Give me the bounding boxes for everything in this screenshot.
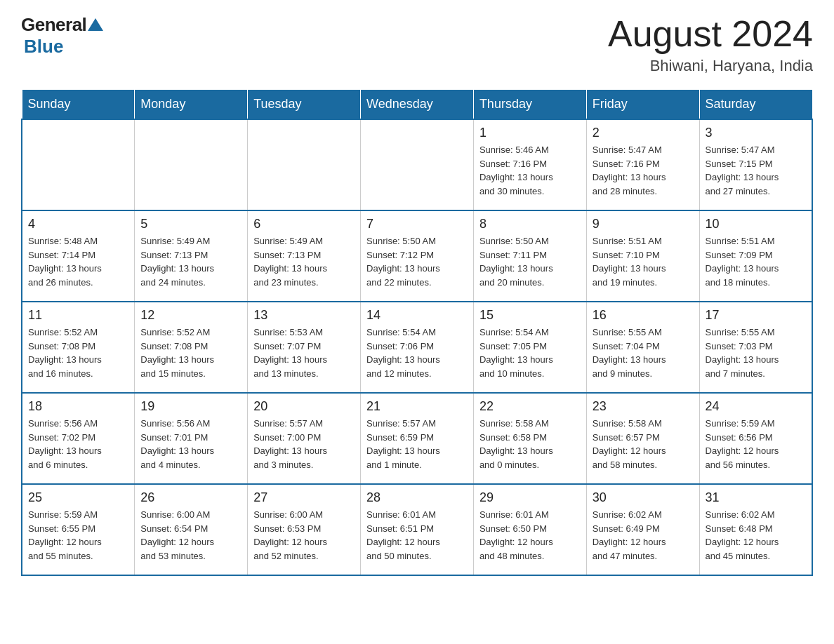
day-number: 10 [706,217,806,232]
calendar-cell: 29Sunrise: 6:01 AM Sunset: 6:50 PM Dayli… [473,484,586,575]
calendar-week-row: 18Sunrise: 5:56 AM Sunset: 7:02 PM Dayli… [22,393,812,484]
day-info: Sunrise: 5:46 AM Sunset: 7:16 PM Dayligh… [479,143,581,198]
day-info: Sunrise: 5:49 AM Sunset: 7:13 PM Dayligh… [253,234,355,289]
day-number: 16 [593,308,694,323]
weekday-header-wednesday: Wednesday [361,90,474,120]
day-info: Sunrise: 5:50 AM Sunset: 7:11 PM Dayligh… [479,234,581,289]
calendar-cell [361,119,474,210]
calendar-cell: 19Sunrise: 5:56 AM Sunset: 7:01 PM Dayli… [135,393,248,484]
day-info: Sunrise: 5:59 AM Sunset: 6:56 PM Dayligh… [706,417,806,471]
day-info: Sunrise: 5:52 AM Sunset: 7:08 PM Dayligh… [140,326,241,380]
calendar-cell: 20Sunrise: 5:57 AM Sunset: 7:00 PM Dayli… [248,393,361,484]
day-number: 2 [593,126,694,140]
day-number: 26 [140,490,241,505]
calendar-cell: 1Sunrise: 5:46 AM Sunset: 7:16 PM Daylig… [473,119,586,210]
day-info: Sunrise: 5:56 AM Sunset: 7:02 PM Dayligh… [28,417,128,471]
location-subtitle: Bhiwani, Haryana, India [608,57,813,75]
day-number: 30 [593,490,694,505]
day-number: 24 [706,399,806,414]
day-info: Sunrise: 6:01 AM Sunset: 6:51 PM Dayligh… [366,508,468,563]
weekday-header-sunday: Sunday [22,90,135,120]
title-area: August 2024 Bhiwani, Haryana, India [608,14,813,75]
calendar-cell: 10Sunrise: 5:51 AM Sunset: 7:09 PM Dayli… [699,210,812,302]
day-number: 28 [366,490,468,505]
calendar-week-row: 25Sunrise: 5:59 AM Sunset: 6:55 PM Dayli… [22,484,812,575]
calendar-cell: 17Sunrise: 5:55 AM Sunset: 7:03 PM Dayli… [699,302,812,393]
day-number: 25 [28,490,128,505]
calendar-cell: 9Sunrise: 5:51 AM Sunset: 7:10 PM Daylig… [586,210,699,302]
calendar-cell: 30Sunrise: 6:02 AM Sunset: 6:49 PM Dayli… [586,484,699,575]
calendar-week-row: 1Sunrise: 5:46 AM Sunset: 7:16 PM Daylig… [22,119,812,210]
calendar-cell: 7Sunrise: 5:50 AM Sunset: 7:12 PM Daylig… [361,210,474,302]
day-number: 4 [28,217,128,232]
day-number: 19 [140,399,241,414]
day-number: 15 [479,308,581,323]
page-header: General Blue August 2024 Bhiwani, Haryan… [21,14,813,75]
day-number: 8 [479,217,581,232]
day-number: 6 [253,217,355,232]
day-number: 18 [28,399,128,414]
calendar-cell: 3Sunrise: 5:47 AM Sunset: 7:15 PM Daylig… [699,119,812,210]
calendar-cell: 12Sunrise: 5:52 AM Sunset: 7:08 PM Dayli… [135,302,248,393]
day-number: 5 [140,217,241,232]
day-number: 20 [253,399,355,414]
calendar-cell: 4Sunrise: 5:48 AM Sunset: 7:14 PM Daylig… [22,210,135,302]
day-number: 7 [366,217,468,232]
logo-blue-text: Blue [24,36,63,58]
calendar-cell [248,119,361,210]
weekday-header-thursday: Thursday [473,90,586,120]
day-info: Sunrise: 5:54 AM Sunset: 7:05 PM Dayligh… [479,326,581,380]
day-number: 17 [706,308,806,323]
calendar-week-row: 4Sunrise: 5:48 AM Sunset: 7:14 PM Daylig… [22,210,812,302]
calendar-table: SundayMondayTuesdayWednesdayThursdayFrid… [21,89,813,576]
weekday-header-row: SundayMondayTuesdayWednesdayThursdayFrid… [22,90,812,120]
calendar-cell: 11Sunrise: 5:52 AM Sunset: 7:08 PM Dayli… [22,302,135,393]
day-number: 1 [479,126,581,140]
day-number: 13 [253,308,355,323]
calendar-cell: 14Sunrise: 5:54 AM Sunset: 7:06 PM Dayli… [361,302,474,393]
calendar-cell: 31Sunrise: 6:02 AM Sunset: 6:48 PM Dayli… [699,484,812,575]
day-info: Sunrise: 5:55 AM Sunset: 7:04 PM Dayligh… [593,326,694,380]
calendar-cell: 15Sunrise: 5:54 AM Sunset: 7:05 PM Dayli… [473,302,586,393]
calendar-cell: 8Sunrise: 5:50 AM Sunset: 7:11 PM Daylig… [473,210,586,302]
day-info: Sunrise: 5:58 AM Sunset: 6:58 PM Dayligh… [479,417,581,471]
day-info: Sunrise: 5:58 AM Sunset: 6:57 PM Dayligh… [593,417,694,471]
day-info: Sunrise: 5:50 AM Sunset: 7:12 PM Dayligh… [366,234,468,289]
calendar-cell: 18Sunrise: 5:56 AM Sunset: 7:02 PM Dayli… [22,393,135,484]
calendar-cell: 25Sunrise: 5:59 AM Sunset: 6:55 PM Dayli… [22,484,135,575]
weekday-header-saturday: Saturday [699,90,812,120]
weekday-header-tuesday: Tuesday [248,90,361,120]
day-info: Sunrise: 5:48 AM Sunset: 7:14 PM Dayligh… [28,234,128,289]
day-info: Sunrise: 5:59 AM Sunset: 6:55 PM Dayligh… [28,508,128,563]
day-info: Sunrise: 5:54 AM Sunset: 7:06 PM Dayligh… [366,326,468,380]
day-number: 23 [593,399,694,414]
day-number: 3 [706,126,806,140]
day-info: Sunrise: 5:47 AM Sunset: 7:16 PM Dayligh… [593,143,694,198]
day-number: 9 [593,217,694,232]
day-number: 31 [706,490,806,505]
day-info: Sunrise: 5:57 AM Sunset: 6:59 PM Dayligh… [366,417,468,471]
day-info: Sunrise: 6:00 AM Sunset: 6:54 PM Dayligh… [140,508,241,563]
logo-general-text: General [21,14,86,36]
svg-marker-0 [88,18,103,31]
day-info: Sunrise: 6:02 AM Sunset: 6:48 PM Dayligh… [706,508,806,563]
day-number: 14 [366,308,468,323]
day-info: Sunrise: 6:00 AM Sunset: 6:53 PM Dayligh… [253,508,355,563]
day-number: 21 [366,399,468,414]
day-number: 22 [479,399,581,414]
calendar-cell: 23Sunrise: 5:58 AM Sunset: 6:57 PM Dayli… [586,393,699,484]
calendar-cell: 26Sunrise: 6:00 AM Sunset: 6:54 PM Dayli… [135,484,248,575]
calendar-cell: 22Sunrise: 5:58 AM Sunset: 6:58 PM Dayli… [473,393,586,484]
calendar-cell: 27Sunrise: 6:00 AM Sunset: 6:53 PM Dayli… [248,484,361,575]
calendar-cell: 16Sunrise: 5:55 AM Sunset: 7:04 PM Dayli… [586,302,699,393]
weekday-header-friday: Friday [586,90,699,120]
calendar-cell: 13Sunrise: 5:53 AM Sunset: 7:07 PM Dayli… [248,302,361,393]
day-info: Sunrise: 5:53 AM Sunset: 7:07 PM Dayligh… [253,326,355,380]
weekday-header-monday: Monday [135,90,248,120]
calendar-cell: 6Sunrise: 5:49 AM Sunset: 7:13 PM Daylig… [248,210,361,302]
logo-triangle-icon [88,17,103,32]
calendar-cell [135,119,248,210]
day-info: Sunrise: 5:47 AM Sunset: 7:15 PM Dayligh… [706,143,806,198]
calendar-cell: 21Sunrise: 5:57 AM Sunset: 6:59 PM Dayli… [361,393,474,484]
day-info: Sunrise: 6:02 AM Sunset: 6:49 PM Dayligh… [593,508,694,563]
